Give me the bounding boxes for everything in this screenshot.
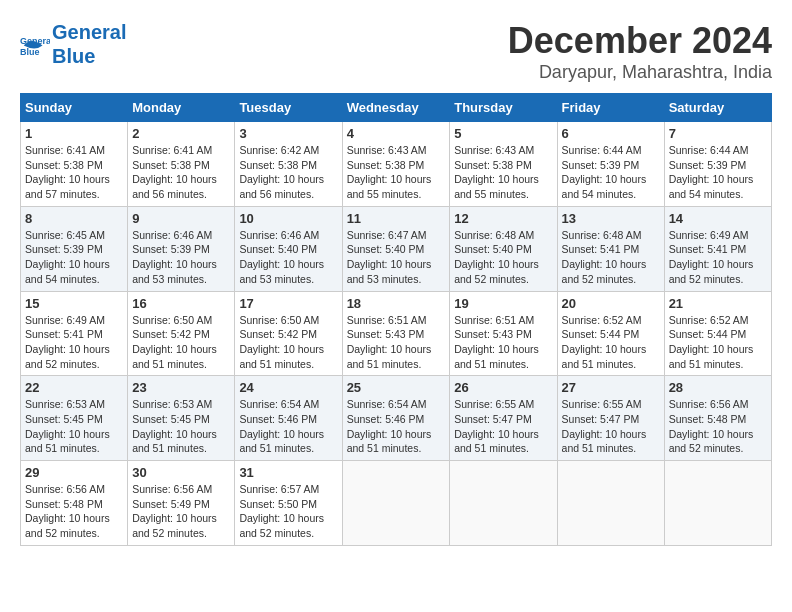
title-area: December 2024 Daryapur, Maharashtra, Ind… [508,20,772,83]
day-info: Sunrise: 6:55 AMSunset: 5:47 PMDaylight:… [562,398,647,454]
day-info: Sunrise: 6:44 AMSunset: 5:39 PMDaylight:… [562,144,647,200]
day-info: Sunrise: 6:45 AMSunset: 5:39 PMDaylight:… [25,229,110,285]
calendar-cell: 22 Sunrise: 6:53 AMSunset: 5:45 PMDaylig… [21,376,128,461]
calendar-cell: 29 Sunrise: 6:56 AMSunset: 5:48 PMDaylig… [21,461,128,546]
day-info: Sunrise: 6:44 AMSunset: 5:39 PMDaylight:… [669,144,754,200]
calendar-cell: 6 Sunrise: 6:44 AMSunset: 5:39 PMDayligh… [557,122,664,207]
day-info: Sunrise: 6:50 AMSunset: 5:42 PMDaylight:… [239,314,324,370]
day-number: 9 [132,211,230,226]
day-number: 23 [132,380,230,395]
day-number: 26 [454,380,552,395]
day-info: Sunrise: 6:49 AMSunset: 5:41 PMDaylight:… [669,229,754,285]
day-info: Sunrise: 6:42 AMSunset: 5:38 PMDaylight:… [239,144,324,200]
calendar-cell: 3 Sunrise: 6:42 AMSunset: 5:38 PMDayligh… [235,122,342,207]
calendar-cell: 5 Sunrise: 6:43 AMSunset: 5:38 PMDayligh… [450,122,557,207]
day-info: Sunrise: 6:50 AMSunset: 5:42 PMDaylight:… [132,314,217,370]
calendar-week-row: 15 Sunrise: 6:49 AMSunset: 5:41 PMDaylig… [21,291,772,376]
calendar-cell: 11 Sunrise: 6:47 AMSunset: 5:40 PMDaylig… [342,206,450,291]
day-number: 24 [239,380,337,395]
day-number: 28 [669,380,767,395]
calendar-cell: 28 Sunrise: 6:56 AMSunset: 5:48 PMDaylig… [664,376,771,461]
calendar-cell: 24 Sunrise: 6:54 AMSunset: 5:46 PMDaylig… [235,376,342,461]
calendar-cell: 19 Sunrise: 6:51 AMSunset: 5:43 PMDaylig… [450,291,557,376]
calendar-cell: 12 Sunrise: 6:48 AMSunset: 5:40 PMDaylig… [450,206,557,291]
calendar-cell: 26 Sunrise: 6:55 AMSunset: 5:47 PMDaylig… [450,376,557,461]
day-info: Sunrise: 6:51 AMSunset: 5:43 PMDaylight:… [454,314,539,370]
calendar-cell [557,461,664,546]
calendar-cell: 21 Sunrise: 6:52 AMSunset: 5:44 PMDaylig… [664,291,771,376]
logo-line2: Blue [52,44,126,68]
day-number: 25 [347,380,446,395]
day-number: 18 [347,296,446,311]
calendar-week-row: 22 Sunrise: 6:53 AMSunset: 5:45 PMDaylig… [21,376,772,461]
calendar-cell: 31 Sunrise: 6:57 AMSunset: 5:50 PMDaylig… [235,461,342,546]
calendar-cell: 27 Sunrise: 6:55 AMSunset: 5:47 PMDaylig… [557,376,664,461]
day-number: 22 [25,380,123,395]
day-number: 15 [25,296,123,311]
day-number: 29 [25,465,123,480]
day-info: Sunrise: 6:43 AMSunset: 5:38 PMDaylight:… [347,144,432,200]
location-subtitle: Daryapur, Maharashtra, India [508,62,772,83]
day-number: 20 [562,296,660,311]
day-info: Sunrise: 6:52 AMSunset: 5:44 PMDaylight:… [562,314,647,370]
calendar-header-tuesday: Tuesday [235,94,342,122]
svg-text:Blue: Blue [20,47,40,57]
day-number: 3 [239,126,337,141]
day-number: 13 [562,211,660,226]
day-number: 16 [132,296,230,311]
day-info: Sunrise: 6:55 AMSunset: 5:47 PMDaylight:… [454,398,539,454]
calendar-cell: 7 Sunrise: 6:44 AMSunset: 5:39 PMDayligh… [664,122,771,207]
day-info: Sunrise: 6:48 AMSunset: 5:40 PMDaylight:… [454,229,539,285]
calendar-header-thursday: Thursday [450,94,557,122]
day-info: Sunrise: 6:56 AMSunset: 5:49 PMDaylight:… [132,483,217,539]
calendar-header-monday: Monday [128,94,235,122]
calendar-cell: 16 Sunrise: 6:50 AMSunset: 5:42 PMDaylig… [128,291,235,376]
day-number: 5 [454,126,552,141]
calendar-cell: 17 Sunrise: 6:50 AMSunset: 5:42 PMDaylig… [235,291,342,376]
logo-icon: General Blue [20,29,50,59]
calendar-week-row: 8 Sunrise: 6:45 AMSunset: 5:39 PMDayligh… [21,206,772,291]
calendar-cell: 23 Sunrise: 6:53 AMSunset: 5:45 PMDaylig… [128,376,235,461]
calendar-header-wednesday: Wednesday [342,94,450,122]
header: General Blue General Blue December 2024 … [20,20,772,83]
calendar-cell [664,461,771,546]
calendar-cell: 13 Sunrise: 6:48 AMSunset: 5:41 PMDaylig… [557,206,664,291]
calendar-header-friday: Friday [557,94,664,122]
calendar-cell: 8 Sunrise: 6:45 AMSunset: 5:39 PMDayligh… [21,206,128,291]
day-number: 7 [669,126,767,141]
calendar-cell: 14 Sunrise: 6:49 AMSunset: 5:41 PMDaylig… [664,206,771,291]
calendar-cell: 25 Sunrise: 6:54 AMSunset: 5:46 PMDaylig… [342,376,450,461]
calendar-table: SundayMondayTuesdayWednesdayThursdayFrid… [20,93,772,546]
day-number: 27 [562,380,660,395]
day-info: Sunrise: 6:47 AMSunset: 5:40 PMDaylight:… [347,229,432,285]
logo: General Blue General Blue [20,20,126,68]
day-number: 21 [669,296,767,311]
day-number: 6 [562,126,660,141]
day-info: Sunrise: 6:49 AMSunset: 5:41 PMDaylight:… [25,314,110,370]
day-number: 12 [454,211,552,226]
day-number: 11 [347,211,446,226]
calendar-cell: 10 Sunrise: 6:46 AMSunset: 5:40 PMDaylig… [235,206,342,291]
calendar-body: 1 Sunrise: 6:41 AMSunset: 5:38 PMDayligh… [21,122,772,546]
calendar-cell: 2 Sunrise: 6:41 AMSunset: 5:38 PMDayligh… [128,122,235,207]
calendar-cell: 9 Sunrise: 6:46 AMSunset: 5:39 PMDayligh… [128,206,235,291]
calendar-week-row: 29 Sunrise: 6:56 AMSunset: 5:48 PMDaylig… [21,461,772,546]
calendar-cell: 20 Sunrise: 6:52 AMSunset: 5:44 PMDaylig… [557,291,664,376]
calendar-cell [342,461,450,546]
calendar-cell [450,461,557,546]
calendar-cell: 15 Sunrise: 6:49 AMSunset: 5:41 PMDaylig… [21,291,128,376]
day-info: Sunrise: 6:48 AMSunset: 5:41 PMDaylight:… [562,229,647,285]
day-info: Sunrise: 6:51 AMSunset: 5:43 PMDaylight:… [347,314,432,370]
calendar-header-saturday: Saturday [664,94,771,122]
day-info: Sunrise: 6:52 AMSunset: 5:44 PMDaylight:… [669,314,754,370]
day-number: 30 [132,465,230,480]
day-number: 1 [25,126,123,141]
day-info: Sunrise: 6:41 AMSunset: 5:38 PMDaylight:… [25,144,110,200]
day-info: Sunrise: 6:54 AMSunset: 5:46 PMDaylight:… [239,398,324,454]
day-info: Sunrise: 6:43 AMSunset: 5:38 PMDaylight:… [454,144,539,200]
day-number: 2 [132,126,230,141]
day-info: Sunrise: 6:56 AMSunset: 5:48 PMDaylight:… [25,483,110,539]
day-number: 31 [239,465,337,480]
day-number: 17 [239,296,337,311]
day-info: Sunrise: 6:46 AMSunset: 5:39 PMDaylight:… [132,229,217,285]
